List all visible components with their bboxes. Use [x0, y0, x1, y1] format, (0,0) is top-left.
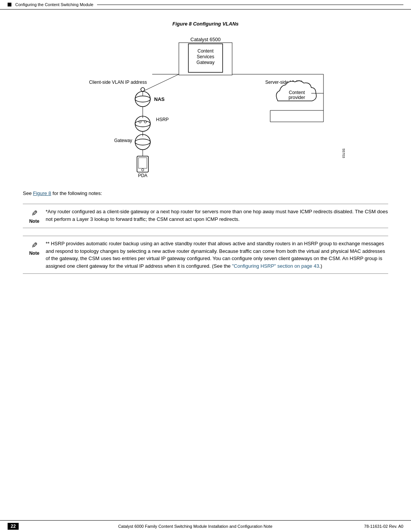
pencil-icon-2: ✎ [31, 241, 38, 250]
diagram-svg: Catalyst 6500 Content Services Gateway C… [57, 34, 354, 179]
svg-point-25 [135, 139, 150, 145]
footer: 22 Catalyst 6000 Family Content Switchin… [0, 520, 411, 532]
note-2-text-after: .) [319, 263, 322, 269]
note-1-label: Note [29, 219, 40, 224]
svg-text:Content: Content [198, 48, 214, 54]
main-content: Figure 8 Configuring VLANs Catalyst 6500… [0, 10, 411, 304]
svg-text:Services: Services [197, 54, 214, 59]
svg-text:Gateway: Gateway [114, 138, 132, 143]
note-2-label: Note [29, 251, 40, 256]
note-1-text: *Any router configured as a client-side … [46, 208, 388, 223]
note-block-1: ✎ Note *Any router configured as a clien… [23, 204, 388, 228]
svg-point-24 [135, 134, 150, 150]
svg-point-19 [135, 121, 150, 127]
svg-text:Content: Content [289, 90, 305, 95]
note-2-icon-area: ✎ Note [23, 240, 46, 256]
svg-rect-27 [137, 156, 148, 172]
header-bar: Configuring the Content Switching Module [0, 0, 411, 10]
svg-text:provider: provider [288, 95, 305, 100]
svg-text:Gateway: Gateway [196, 60, 214, 65]
svg-text:55703: 55703 [342, 149, 346, 158]
see-figure-text: See Figure 8 for the following notes: [23, 190, 388, 196]
svg-point-18 [135, 116, 150, 131]
svg-text:handset: handset [135, 179, 151, 179]
footer-page: 22 [8, 523, 19, 530]
svg-text:PDA: PDA [138, 173, 148, 178]
note-2-text-before: ** HSRP provides automatic router backup… [46, 241, 385, 269]
svg-rect-28 [139, 158, 147, 168]
header-icon [8, 3, 11, 6]
hsrp-link[interactable]: "Configuring HSRP" section on page 43 [232, 263, 319, 269]
footer-title: Catalyst 6000 Family Content Switching M… [26, 524, 364, 529]
svg-line-32 [143, 74, 179, 91]
diagram-container: Catalyst 6500 Content Services Gateway C… [57, 34, 354, 179]
figure-caption: Figure 8 Configuring VLANs [23, 21, 388, 27]
svg-text:Client-side VLAN IP address: Client-side VLAN IP address [89, 80, 147, 85]
pencil-icon-1: ✎ [31, 209, 38, 218]
svg-text:HSRP: HSRP [156, 117, 169, 122]
note-block-2: ✎ Note ** HSRP provides automatic router… [23, 236, 388, 274]
note-1-icon-area: ✎ Note [23, 208, 46, 224]
header-title: Configuring the Content Switching Module [15, 2, 93, 7]
footer-ref: 78-11631-02 Rev. A0 [364, 524, 403, 529]
svg-text:NAS: NAS [154, 96, 165, 102]
svg-text:Catalyst 6500: Catalyst 6500 [190, 37, 221, 42]
svg-point-12 [135, 96, 150, 102]
note-2-text: ** HSRP provides automatic router backup… [46, 240, 388, 270]
notes-section: ✎ Note *Any router configured as a clien… [23, 204, 388, 274]
figure-link[interactable]: Figure 8 [33, 190, 51, 196]
svg-point-29 [142, 169, 144, 171]
header-line [97, 5, 403, 5]
